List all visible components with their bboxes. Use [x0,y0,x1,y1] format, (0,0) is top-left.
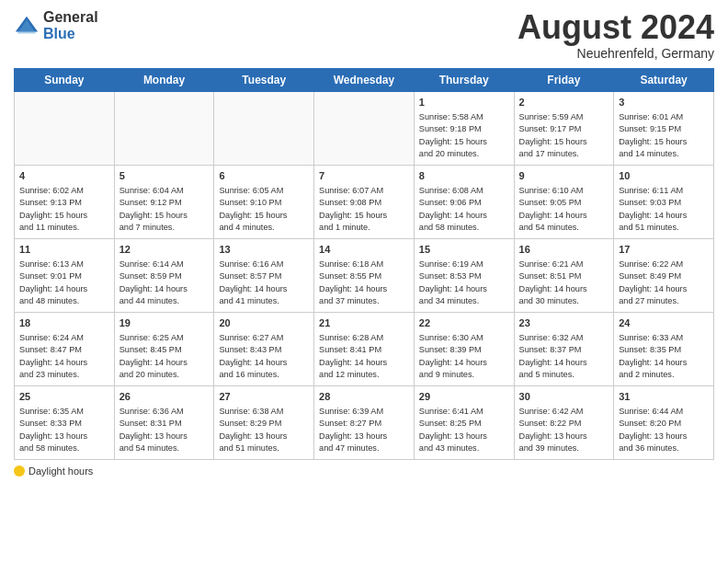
day-number: 4 [19,169,109,183]
day-number: 13 [219,243,309,257]
calendar-day-cell: 21Sunrise: 6:28 AM Sunset: 8:41 PM Dayli… [314,312,415,385]
calendar-day-cell: 25Sunrise: 6:35 AM Sunset: 8:33 PM Dayli… [15,385,115,459]
logo: General Blue [14,9,98,41]
day-info: Sunrise: 6:32 AM Sunset: 8:37 PM Dayligh… [519,332,609,381]
calendar-day-cell: 19Sunrise: 6:25 AM Sunset: 8:45 PM Dayli… [114,312,214,385]
location: Neuehrenfeld, Germany [518,46,714,61]
calendar-week-row: 1Sunrise: 5:58 AM Sunset: 9:18 PM Daylig… [15,91,714,165]
day-number: 19 [119,316,210,330]
day-info: Sunrise: 6:22 AM Sunset: 8:49 PM Dayligh… [619,259,709,307]
calendar-day-cell [214,91,314,165]
calendar-day-cell: 2Sunrise: 5:59 AM Sunset: 9:17 PM Daylig… [514,91,614,165]
day-number: 7 [319,169,409,183]
day-info: Sunrise: 6:21 AM Sunset: 8:51 PM Dayligh… [519,259,609,307]
day-info: Sunrise: 6:39 AM Sunset: 8:27 PM Dayligh… [319,406,409,454]
day-number: 24 [619,316,709,330]
day-info: Sunrise: 6:16 AM Sunset: 8:57 PM Dayligh… [219,259,309,307]
day-info: Sunrise: 6:36 AM Sunset: 8:31 PM Dayligh… [119,406,210,454]
day-number: 20 [219,316,309,330]
calendar-day-cell: 28Sunrise: 6:39 AM Sunset: 8:27 PM Dayli… [314,385,415,459]
day-number: 18 [19,316,109,330]
day-number: 17 [619,243,709,257]
day-number: 30 [519,390,609,404]
weekday-header: Monday [114,68,214,91]
day-number: 23 [519,316,609,330]
calendar-day-cell: 7Sunrise: 6:07 AM Sunset: 9:08 PM Daylig… [314,165,415,238]
calendar-day-cell [15,91,115,165]
calendar-container: General Blue August 2024 Neuehrenfeld, G… [0,0,728,563]
calendar-day-cell: 24Sunrise: 6:33 AM Sunset: 8:35 PM Dayli… [614,312,714,385]
day-info: Sunrise: 6:10 AM Sunset: 9:05 PM Dayligh… [519,185,609,234]
calendar-day-cell: 16Sunrise: 6:21 AM Sunset: 8:51 PM Dayli… [514,238,614,312]
calendar-day-cell: 1Sunrise: 5:58 AM Sunset: 9:18 PM Daylig… [414,91,514,165]
calendar-week-row: 25Sunrise: 6:35 AM Sunset: 8:33 PM Dayli… [15,385,714,459]
calendar-day-cell [314,91,415,165]
day-info: Sunrise: 6:30 AM Sunset: 8:39 PM Dayligh… [419,332,509,381]
day-info: Sunrise: 5:59 AM Sunset: 9:17 PM Dayligh… [519,111,609,160]
day-number: 10 [619,169,709,183]
calendar-week-row: 18Sunrise: 6:24 AM Sunset: 8:47 PM Dayli… [15,312,714,385]
day-number: 29 [419,390,509,404]
footer-label: Daylight hours [28,465,93,477]
day-info: Sunrise: 6:28 AM Sunset: 8:41 PM Dayligh… [319,332,409,381]
day-number: 25 [19,390,109,404]
day-number: 6 [219,169,309,183]
calendar-day-cell: 20Sunrise: 6:27 AM Sunset: 8:43 PM Dayli… [214,312,314,385]
day-info: Sunrise: 6:19 AM Sunset: 8:53 PM Dayligh… [419,259,509,307]
logo-text: General Blue [43,9,98,41]
weekday-header: Saturday [614,68,714,91]
day-info: Sunrise: 6:08 AM Sunset: 9:06 PM Dayligh… [419,185,509,234]
calendar-header-row: SundayMondayTuesdayWednesdayThursdayFrid… [15,68,714,91]
day-info: Sunrise: 6:33 AM Sunset: 8:35 PM Dayligh… [619,332,709,381]
month-title: August 2024 [518,9,714,46]
day-number: 2 [519,96,609,109]
calendar-day-cell: 31Sunrise: 6:44 AM Sunset: 8:20 PM Dayli… [614,385,714,459]
day-info: Sunrise: 6:44 AM Sunset: 8:20 PM Dayligh… [619,406,709,454]
day-info: Sunrise: 5:58 AM Sunset: 9:18 PM Dayligh… [419,111,509,160]
calendar-day-cell: 11Sunrise: 6:13 AM Sunset: 9:01 PM Dayli… [15,238,115,312]
calendar-day-cell: 27Sunrise: 6:38 AM Sunset: 8:29 PM Dayli… [214,385,314,459]
day-info: Sunrise: 6:24 AM Sunset: 8:47 PM Dayligh… [19,332,109,381]
calendar-day-cell: 15Sunrise: 6:19 AM Sunset: 8:53 PM Dayli… [414,238,514,312]
day-info: Sunrise: 6:05 AM Sunset: 9:10 PM Dayligh… [219,185,309,234]
calendar-day-cell: 8Sunrise: 6:08 AM Sunset: 9:06 PM Daylig… [414,165,514,238]
day-number: 21 [319,316,409,330]
day-number: 28 [319,390,409,404]
day-number: 8 [419,169,509,183]
day-info: Sunrise: 6:35 AM Sunset: 8:33 PM Dayligh… [19,406,109,454]
day-number: 31 [619,390,709,404]
logo-icon [14,13,40,39]
day-number: 1 [419,96,509,109]
day-info: Sunrise: 6:02 AM Sunset: 9:13 PM Dayligh… [19,185,109,234]
weekday-header: Friday [514,68,614,91]
day-info: Sunrise: 6:38 AM Sunset: 8:29 PM Dayligh… [219,406,309,454]
day-info: Sunrise: 6:07 AM Sunset: 9:08 PM Dayligh… [319,185,409,234]
calendar-week-row: 4Sunrise: 6:02 AM Sunset: 9:13 PM Daylig… [15,165,714,238]
calendar-day-cell: 23Sunrise: 6:32 AM Sunset: 8:37 PM Dayli… [514,312,614,385]
logo-general-text: General [43,9,98,26]
logo-blue-text: Blue [43,26,98,42]
day-info: Sunrise: 6:41 AM Sunset: 8:25 PM Dayligh… [419,406,509,454]
footer: Daylight hours [14,465,714,477]
day-info: Sunrise: 6:04 AM Sunset: 9:12 PM Dayligh… [119,185,210,234]
weekday-header: Sunday [15,68,115,91]
calendar-day-cell: 12Sunrise: 6:14 AM Sunset: 8:59 PM Dayli… [114,238,214,312]
calendar-day-cell: 13Sunrise: 6:16 AM Sunset: 8:57 PM Dayli… [214,238,314,312]
calendar-week-row: 11Sunrise: 6:13 AM Sunset: 9:01 PM Dayli… [15,238,714,312]
day-number: 14 [319,243,409,257]
day-info: Sunrise: 6:27 AM Sunset: 8:43 PM Dayligh… [219,332,309,381]
calendar-day-cell: 30Sunrise: 6:42 AM Sunset: 8:22 PM Dayli… [514,385,614,459]
day-number: 26 [119,390,210,404]
day-number: 3 [619,96,709,109]
calendar-day-cell: 10Sunrise: 6:11 AM Sunset: 9:03 PM Dayli… [614,165,714,238]
weekday-header: Thursday [414,68,514,91]
day-number: 16 [519,243,609,257]
calendar-day-cell [114,91,214,165]
calendar-day-cell: 3Sunrise: 6:01 AM Sunset: 9:15 PM Daylig… [614,91,714,165]
calendar-day-cell: 22Sunrise: 6:30 AM Sunset: 8:39 PM Dayli… [414,312,514,385]
calendar-day-cell: 14Sunrise: 6:18 AM Sunset: 8:55 PM Dayli… [314,238,415,312]
calendar-day-cell: 26Sunrise: 6:36 AM Sunset: 8:31 PM Dayli… [114,385,214,459]
title-section: August 2024 Neuehrenfeld, Germany [518,9,714,61]
day-info: Sunrise: 6:01 AM Sunset: 9:15 PM Dayligh… [619,111,709,160]
day-info: Sunrise: 6:14 AM Sunset: 8:59 PM Dayligh… [119,259,210,307]
